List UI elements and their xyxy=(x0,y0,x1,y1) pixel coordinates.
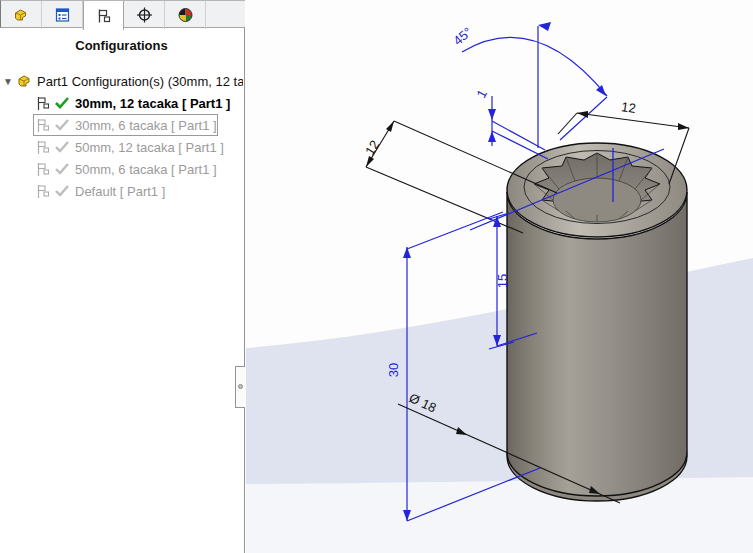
viewport-floor xyxy=(246,477,753,553)
configuration-tree: ▼ Part1 Configuration(s) (30mm, 12 ta xyxy=(0,70,243,202)
dim-part-height-label[interactable]: 30 xyxy=(386,363,401,377)
inactive-check-icon xyxy=(52,163,72,175)
config-item-label: 50mm, 12 tacaka [ Part1 ] xyxy=(72,140,224,155)
configurations-icon xyxy=(95,8,112,24)
inactive-check-icon xyxy=(52,141,72,153)
config-flag-icon xyxy=(34,140,52,155)
inactive-check-icon xyxy=(52,119,72,131)
part-icon xyxy=(13,7,30,23)
display-manager-icon xyxy=(177,7,194,23)
config-flag-icon xyxy=(34,118,52,133)
inactive-check-icon xyxy=(52,185,72,197)
solidworks-window: 45° 1 12 12 xyxy=(0,0,753,553)
config-item-50mm-12[interactable]: 50mm, 12 tacaka [ Part1 ] xyxy=(0,136,243,158)
config-item-50mm-6[interactable]: 50mm, 6 tacaka [ Part1 ] xyxy=(0,158,243,180)
config-flag-icon xyxy=(34,162,52,177)
panel-splitter[interactable] xyxy=(235,366,245,408)
model-socket[interactable] xyxy=(507,143,687,501)
config-item-label: 30mm, 6 tacaka [ Part1 ] xyxy=(72,118,217,133)
dim-socket-width-top-label[interactable]: 12 xyxy=(620,99,636,116)
properties-icon xyxy=(54,7,71,23)
tab-featuremanager[interactable] xyxy=(1,1,42,29)
config-item-30mm-6[interactable]: 30mm, 6 tacaka [ Part1 ] xyxy=(0,114,243,136)
splitter-grip-icon xyxy=(238,384,243,389)
dim-socket-depth-label[interactable]: 15 xyxy=(495,274,510,288)
config-item-30mm-12[interactable]: 30mm, 12 tacaka [ Part1 ] xyxy=(0,92,243,114)
tree-root-part1[interactable]: ▼ Part1 Configuration(s) (30mm, 12 ta xyxy=(0,70,243,92)
tree-root-label: Part1 Configuration(s) (30mm, 12 ta xyxy=(34,74,243,89)
config-item-label: Default [ Part1 ] xyxy=(72,184,165,199)
collapse-arrow-icon[interactable]: ▼ xyxy=(0,76,16,87)
dimxpert-icon xyxy=(136,7,153,23)
manager-tab-strip xyxy=(0,0,245,28)
tab-configurationmanager[interactable] xyxy=(83,1,124,30)
config-item-label: 50mm, 6 tacaka [ Part1 ] xyxy=(72,162,217,177)
tab-displaymanager[interactable] xyxy=(165,1,206,29)
part-icon xyxy=(16,73,34,89)
config-flag-icon xyxy=(34,96,52,111)
config-flag-icon xyxy=(34,184,52,199)
config-item-label: 30mm, 12 tacaka [ Part1 ] xyxy=(72,96,230,111)
tab-propertymanager[interactable] xyxy=(42,1,83,29)
active-check-icon xyxy=(52,97,72,109)
panel-title: Configurations xyxy=(0,38,243,53)
config-item-default[interactable]: Default [ Part1 ] xyxy=(0,180,243,202)
configuration-panel: Configurations ▼ Part1 Configuration(s) … xyxy=(0,0,245,553)
tab-dimxpertmanager[interactable] xyxy=(124,1,165,29)
